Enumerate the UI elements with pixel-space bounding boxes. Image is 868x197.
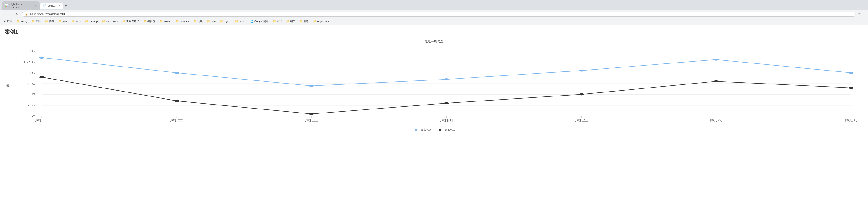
nav-buttons: ← → ↻ (2, 11, 20, 17)
svg-text:10: 10 (28, 71, 36, 74)
bookmark-maven[interactable]: 📁 maven (157, 19, 173, 23)
back-button[interactable]: ← (2, 11, 7, 17)
folder-java-icon: 📁 (58, 20, 62, 23)
chart-title: 最近一周气温 (5, 39, 863, 44)
bookmark-mysql-label: mysql (224, 20, 231, 23)
url-text: file:///D:/AppDemo/demo1.html (30, 12, 65, 15)
legend-high-temp[interactable]: 最高气温 (413, 128, 431, 132)
high-dot-4 (579, 70, 584, 72)
svg-text:5: 5 (32, 93, 36, 96)
bookmark-hadoop[interactable]: 📁 hadoop (83, 19, 100, 23)
legend-low-temp[interactable]: 最低气温 (437, 128, 455, 132)
bookmark-github-label: github (239, 20, 246, 23)
folder-regex-icon: 📁 (122, 20, 125, 23)
folder-markdown-icon: 📁 (102, 20, 105, 23)
chart-plot: 0 2.5 5 7.5 10 12.5 15 (11, 46, 863, 126)
tab-highcharts-example[interactable]: 📊 Highcharts Example ✕ (2, 1, 40, 10)
bookmark-linux[interactable]: 📁 linux (69, 19, 83, 23)
refresh-button[interactable]: ↻ (14, 11, 20, 17)
bookmark-java-label: java (62, 20, 67, 23)
bookmark-forum-label: 论坛 (197, 20, 203, 23)
bookmark-highcharts[interactable]: 📁 Highcharts (311, 19, 332, 23)
bookmark-interview[interactable]: 📁 面试 (271, 19, 284, 24)
y-axis-label: 温度(℃) (5, 46, 10, 126)
svg-text:2.5: 2.5 (26, 104, 36, 107)
bookmark-vmware-label: VMware (180, 20, 189, 23)
page-content: 案例1 最近一周气温 温度(℃) 0 (0, 25, 868, 135)
high-dot-2 (309, 85, 314, 87)
bookmark-hive-label: hive (211, 20, 216, 23)
new-tab-button[interactable]: + (63, 3, 68, 8)
bookmark-maven-label: maven (163, 20, 171, 23)
tab-favicon: 📊 (5, 4, 8, 7)
legend-low-label: 最低气温 (445, 128, 455, 132)
bookmark-tools-label: 工具 (35, 20, 41, 23)
chart-svg: 0 2.5 5 7.5 10 12.5 15 (11, 46, 863, 126)
tab-close-demo1[interactable]: ✕ (58, 4, 60, 7)
high-dot-1 (175, 72, 180, 74)
low-dot-6 (849, 87, 854, 89)
high-dot-0 (39, 57, 44, 59)
bookmark-tools[interactable]: 📁 工具 (30, 19, 42, 24)
folder-terminal-icon: 📁 (286, 20, 289, 23)
tab-label2: demo1 (48, 4, 56, 7)
svg-marker-31 (413, 130, 414, 130)
bookmark-blog[interactable]: 📁 博客 (43, 19, 56, 24)
svg-text:周二: 周二 (170, 119, 184, 122)
folder-tools-icon: 📁 (31, 20, 35, 23)
high-dot-5 (714, 59, 718, 61)
svg-point-30 (415, 129, 417, 131)
legend-high-label: 最高气温 (421, 128, 431, 132)
bookmark-regex[interactable]: 📁 正则表达式 (120, 19, 141, 24)
folder-vmware-icon: 📁 (176, 20, 179, 23)
bookmark-editor-label: 编辑器 (147, 20, 155, 23)
svg-marker-34 (437, 130, 438, 130)
bookmark-apps[interactable]: ⊞ 应用 (2, 19, 14, 24)
address-bar: ← → ↻ 🔒 file:///D:/AppDemo/demo1.html ☆ … (0, 10, 868, 18)
low-dot-0 (39, 76, 44, 78)
svg-text:周三: 周三 (305, 119, 318, 122)
folder-hadoop-icon: 📁 (85, 20, 88, 23)
tab-label: Highcharts Example (9, 3, 33, 8)
bookmark-script[interactable]: 📁 脚教 (298, 19, 311, 24)
svg-text:12.5: 12.5 (23, 60, 36, 63)
folder-blog-icon: 📁 (45, 20, 48, 23)
bookmark-study[interactable]: 📁 Study (14, 19, 29, 23)
bookmark-interview-label: 面试 (277, 20, 282, 23)
low-dot-1 (175, 100, 180, 102)
bookmark-study-label: Study (21, 20, 27, 23)
url-box[interactable]: 🔒 file:///D:/AppDemo/demo1.html (22, 11, 856, 17)
bookmark-java[interactable]: 📁 java (56, 19, 69, 23)
svg-text:0: 0 (32, 114, 36, 118)
chart-area: 温度(℃) 0 2.5 5 (5, 46, 863, 126)
bookmark-highcharts-label: Highcharts (317, 20, 330, 23)
tab-close-highcharts[interactable]: ✕ (35, 4, 37, 7)
bookmark-googletranslate-label: Google 翻译 (254, 20, 269, 23)
folder-study-icon: 📁 (17, 20, 20, 23)
bookmark-markdown[interactable]: 📁 Markdown (100, 19, 120, 23)
svg-text:周六: 周六 (709, 119, 723, 122)
tab-favicon2: 📄 (43, 4, 46, 7)
menu-icon[interactable]: ⋮ (862, 12, 866, 16)
folder-linux-icon: 📁 (71, 20, 74, 23)
bookmark-hadoop-label: hadoop (89, 20, 98, 23)
apps-icon: ⊞ (4, 20, 6, 23)
bookmark-github[interactable]: 📁 github (233, 19, 248, 23)
low-dot-3 (444, 102, 449, 104)
googletranslate-icon: 🌐 (250, 20, 254, 23)
bookmark-googletranslate[interactable]: 🌐 Google 翻译 (248, 19, 271, 24)
star-icon[interactable]: ☆ (858, 12, 861, 16)
bookmark-forum[interactable]: 📁 论坛 (191, 19, 205, 24)
tab-demo1[interactable]: 📄 demo1 ✕ (40, 3, 63, 9)
forward-button[interactable]: → (8, 11, 14, 17)
folder-editor-icon: 📁 (143, 20, 147, 23)
folder-forum-icon: 📁 (193, 20, 197, 23)
bookmark-editor[interactable]: 📁 编辑器 (142, 19, 157, 24)
bookmark-apps-label: 应用 (7, 20, 12, 23)
bookmark-hive[interactable]: 📁 hive (205, 19, 217, 23)
bookmark-vmware[interactable]: 📁 VMware (174, 19, 191, 23)
bookmark-terminal[interactable]: 📁 端口 (284, 19, 297, 24)
bookmark-mysql[interactable]: 📁 mysql (218, 19, 232, 23)
svg-text:周五: 周五 (575, 119, 588, 122)
low-dot-2 (309, 113, 314, 115)
